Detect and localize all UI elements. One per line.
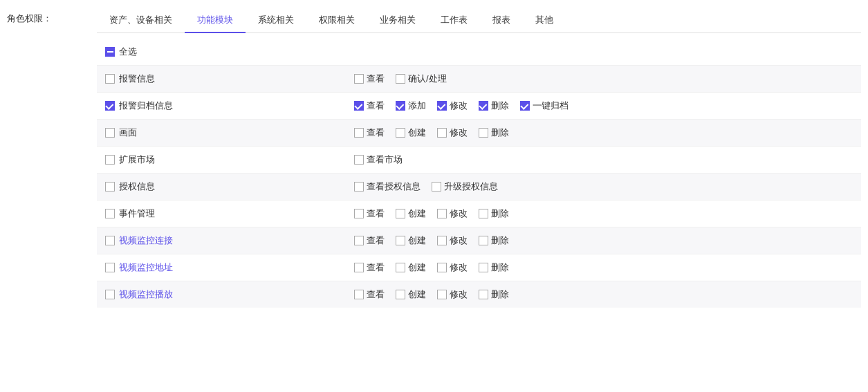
row-checkbox[interactable] [105,74,115,84]
perm-label: 升级授权信息 [444,180,498,193]
perm-checkbox[interactable] [396,209,405,218]
perm-label: 修改 [450,288,468,301]
perm-checkbox[interactable] [396,263,405,272]
perm-checkbox[interactable] [396,101,405,111]
row-name-cell: 授权信息 [97,174,346,200]
perm-checkbox[interactable] [354,182,364,192]
tab-system[interactable]: 系统相关 [246,8,306,33]
row-perms-cell: 查看授权信息升级授权信息 [346,174,861,200]
perm-checkbox[interactable] [354,101,364,111]
perm-checkbox[interactable] [396,236,405,245]
perm-label: 删除 [491,100,509,112]
row-name-label: 事件管理 [119,207,155,220]
perm-checkbox[interactable] [479,209,488,218]
perm-checkbox[interactable] [437,101,447,111]
row-checkbox[interactable] [105,290,115,299]
tab-assets[interactable]: 资产、设备相关 [97,8,185,33]
tab-other[interactable]: 其他 [523,8,566,33]
perm-item: 创建 [396,288,426,301]
row-name-label: 视频监控地址 [119,261,173,274]
perm-label: 修改 [450,234,468,247]
perm-item: 升级授权信息 [432,180,498,193]
row-checkbox[interactable] [105,236,115,245]
perm-item: 修改 [437,234,468,247]
select-all-label: 全选 [119,46,137,58]
table-row: 视频监控地址查看创建修改删除 [97,254,861,281]
tab-business[interactable]: 业务相关 [367,8,428,33]
perm-item: 查看 [354,207,385,220]
perm-checkbox[interactable] [479,128,488,138]
perm-label: 查看市场 [367,153,403,166]
table-row: 报警归档信息查看添加修改删除一键归档 [97,92,861,119]
tab-features[interactable]: 功能模块 [185,8,246,33]
row-name-label: 视频监控播放 [119,288,173,301]
row-perms-cell: 查看添加修改删除一键归档 [346,93,861,119]
row-checkbox[interactable] [105,182,115,192]
perm-item: 删除 [479,288,509,301]
perm-checkbox[interactable] [354,155,364,165]
perm-checkbox[interactable] [354,128,364,138]
perm-checkbox[interactable] [354,290,364,299]
row-name-cell: 事件管理 [97,200,346,227]
row-checkbox[interactable] [105,209,115,218]
perm-checkbox[interactable] [479,290,488,299]
perm-item: 一键归档 [520,100,569,112]
perm-label: 创建 [408,288,426,301]
row-checkbox[interactable] [105,128,115,138]
perm-label: 创建 [408,234,426,247]
perm-item: 修改 [437,127,468,139]
perm-label: 查看 [367,127,385,139]
perm-checkbox[interactable] [432,182,441,192]
perm-item: 删除 [479,127,509,139]
perm-item: 添加 [396,100,426,112]
perm-checkbox[interactable] [520,101,530,111]
perm-checkbox[interactable] [437,263,447,272]
perm-checkbox[interactable] [396,290,405,299]
perm-checkbox[interactable] [437,128,447,138]
row-name-label: 画面 [119,127,137,139]
perm-label: 查看 [367,100,385,112]
table-row: 画面查看创建修改删除 [97,119,861,146]
row-checkbox[interactable] [105,263,115,272]
perm-label: 修改 [450,261,468,274]
perm-checkbox[interactable] [437,209,447,218]
tabs-container: 资产、设备相关功能模块系统相关权限相关业务相关工作表报表其他 [97,8,861,33]
row-name-cell: 视频监控连接 [97,227,346,254]
perm-checkbox[interactable] [479,263,488,272]
perm-checkbox[interactable] [354,74,364,84]
row-checkbox[interactable] [105,101,115,111]
tab-permissions[interactable]: 权限相关 [306,8,367,33]
perm-checkbox[interactable] [354,236,364,245]
perm-label: 修改 [450,100,468,112]
perm-item: 查看 [354,288,385,301]
table-row: 事件管理查看创建修改删除 [97,200,861,227]
row-perms-cell: 查看创建修改删除 [346,227,861,254]
perm-item: 创建 [396,127,426,139]
row-checkbox[interactable] [105,155,115,165]
perm-checkbox[interactable] [396,74,405,84]
row-name-cell: 视频监控播放 [97,281,346,308]
tab-report[interactable]: 报表 [480,8,523,33]
perm-checkbox[interactable] [396,128,405,138]
perm-checkbox[interactable] [437,290,447,299]
perm-item: 查看 [354,100,385,112]
select-all-checkbox[interactable] [105,47,115,57]
perm-label: 查看 [367,234,385,247]
perm-checkbox[interactable] [354,263,364,272]
table-row: 视频监控连接查看创建修改删除 [97,227,861,254]
perm-item: 修改 [437,261,468,274]
perm-label: 查看 [367,288,385,301]
perm-checkbox[interactable] [479,101,488,111]
perm-label: 删除 [491,207,509,220]
perm-checkbox[interactable] [437,236,447,245]
tab-worklist[interactable]: 工作表 [428,8,480,33]
perm-item: 创建 [396,207,426,220]
perm-checkbox[interactable] [354,209,364,218]
perm-item: 删除 [479,261,509,274]
row-name-label: 报警归档信息 [119,100,173,112]
perm-checkbox[interactable] [479,236,488,245]
perm-item: 查看 [354,261,385,274]
row-perms-cell: 查看市场 [346,147,861,173]
perm-item: 查看市场 [354,153,403,166]
perm-label: 一键归档 [533,100,569,112]
